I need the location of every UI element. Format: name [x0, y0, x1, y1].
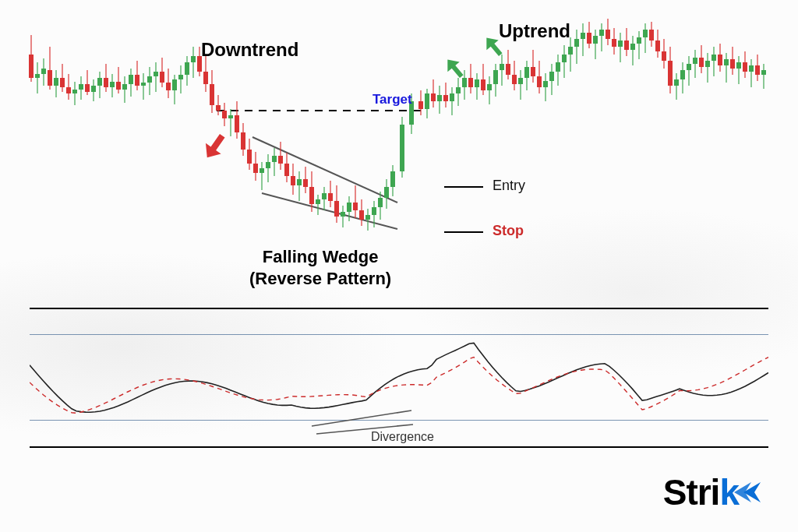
svg-rect-129 — [437, 95, 442, 101]
svg-rect-81 — [278, 156, 283, 164]
svg-rect-165 — [549, 72, 554, 81]
svg-rect-149 — [500, 64, 504, 70]
svg-rect-113 — [378, 198, 383, 207]
svg-rect-175 — [581, 33, 585, 39]
svg-rect-133 — [450, 93, 454, 101]
svg-rect-151 — [506, 64, 510, 75]
oscillator-chart — [30, 309, 768, 449]
svg-rect-37 — [141, 83, 146, 86]
svg-rect-103 — [347, 203, 351, 212]
svg-rect-61 — [216, 105, 221, 111]
svg-rect-169 — [562, 55, 567, 62]
svg-rect-145 — [487, 84, 492, 90]
svg-rect-179 — [593, 36, 598, 44]
svg-rect-13 — [66, 87, 71, 93]
svg-rect-191 — [630, 44, 635, 50]
oscillator-panel — [30, 308, 768, 448]
svg-rect-111 — [372, 207, 376, 215]
svg-rect-9 — [54, 78, 58, 86]
svg-rect-207 — [680, 70, 685, 79]
brand-logo: Strik — [663, 471, 765, 513]
up-arrow-icon — [442, 55, 468, 81]
svg-rect-29 — [116, 82, 121, 90]
svg-rect-35 — [135, 75, 139, 86]
svg-rect-77 — [266, 162, 270, 168]
svg-rect-45 — [166, 83, 171, 90]
svg-rect-47 — [172, 79, 177, 90]
uptrend-label: Uptrend — [499, 20, 570, 42]
svg-rect-171 — [568, 47, 573, 55]
svg-rect-127 — [431, 93, 436, 101]
svg-rect-89 — [303, 179, 308, 187]
svg-rect-25 — [104, 78, 108, 87]
svg-rect-39 — [147, 76, 152, 83]
svg-rect-187 — [618, 41, 623, 47]
svg-rect-177 — [587, 33, 591, 44]
svg-rect-91 — [309, 187, 314, 204]
price-chart — [0, 0, 798, 312]
pattern-label: Falling Wedge (Reverse Pattern) — [249, 246, 391, 289]
svg-rect-73 — [253, 164, 258, 173]
svg-rect-193 — [637, 37, 641, 44]
svg-rect-105 — [353, 203, 358, 210]
svg-rect-185 — [612, 39, 616, 47]
target-label: Target — [373, 92, 412, 107]
svg-rect-119 — [400, 125, 404, 171]
svg-rect-85 — [291, 176, 295, 185]
svg-rect-225 — [736, 62, 741, 69]
svg-rect-155 — [518, 78, 523, 84]
svg-rect-223 — [730, 59, 735, 69]
svg-rect-219 — [718, 55, 722, 65]
svg-rect-5 — [41, 69, 46, 74]
svg-rect-123 — [418, 101, 423, 109]
svg-rect-7 — [48, 70, 52, 86]
svg-rect-109 — [365, 215, 370, 220]
svg-rect-139 — [468, 78, 473, 87]
svg-rect-93 — [316, 199, 320, 204]
svg-rect-59 — [210, 84, 214, 105]
svg-rect-205 — [674, 79, 679, 86]
svg-rect-197 — [649, 30, 654, 41]
down-arrow-icon — [200, 130, 230, 163]
svg-rect-95 — [322, 193, 327, 199]
svg-rect-131 — [443, 95, 448, 101]
svg-rect-233 — [761, 70, 766, 75]
svg-rect-53 — [191, 56, 196, 62]
stop-label: Stop — [493, 223, 524, 239]
svg-rect-99 — [334, 201, 339, 217]
svg-rect-31 — [122, 84, 127, 90]
downtrend-label: Downtrend — [201, 39, 298, 61]
divergence-label: Divergence — [371, 430, 434, 444]
svg-rect-217 — [711, 55, 716, 61]
svg-rect-141 — [475, 79, 479, 87]
svg-rect-203 — [668, 61, 673, 86]
svg-rect-167 — [556, 62, 560, 72]
svg-rect-117 — [390, 171, 395, 187]
svg-rect-21 — [91, 86, 96, 92]
oscillator-signal-line — [30, 358, 768, 414]
svg-rect-19 — [85, 84, 90, 92]
svg-rect-209 — [687, 64, 691, 70]
svg-rect-195 — [643, 30, 648, 37]
svg-rect-101 — [341, 212, 345, 217]
svg-rect-189 — [624, 41, 629, 50]
svg-rect-231 — [755, 65, 760, 75]
svg-rect-157 — [524, 67, 529, 78]
svg-rect-199 — [655, 41, 660, 51]
svg-rect-27 — [110, 82, 115, 87]
svg-rect-83 — [284, 164, 289, 176]
svg-rect-41 — [154, 72, 158, 76]
svg-rect-163 — [543, 81, 548, 87]
svg-rect-211 — [693, 58, 697, 64]
svg-rect-221 — [724, 59, 729, 65]
svg-rect-17 — [79, 84, 83, 90]
svg-rect-201 — [662, 51, 666, 61]
svg-rect-115 — [384, 187, 389, 198]
svg-rect-183 — [606, 30, 610, 39]
svg-rect-49 — [178, 75, 183, 79]
logo-arrow-icon — [734, 479, 765, 506]
svg-rect-75 — [260, 168, 264, 173]
svg-rect-147 — [493, 70, 498, 84]
svg-rect-69 — [241, 132, 245, 150]
svg-rect-227 — [743, 62, 747, 72]
